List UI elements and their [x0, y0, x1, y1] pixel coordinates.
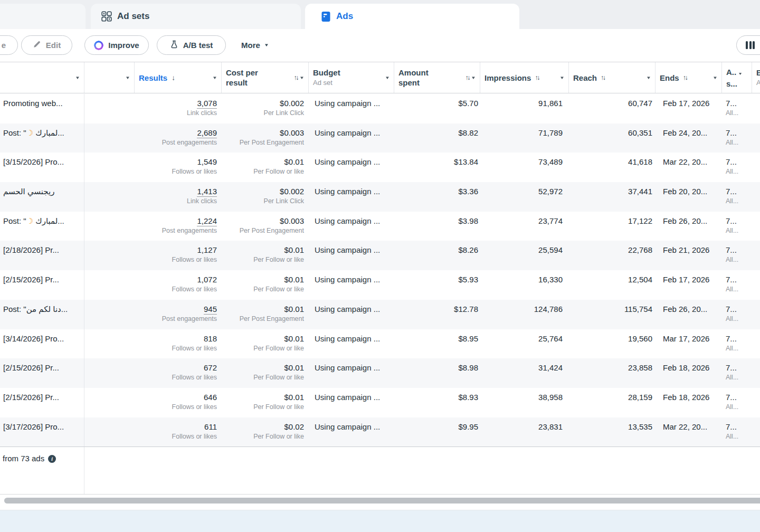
impressions-cell: 23,831	[480, 417, 569, 446]
col-header-results[interactable]: Results ↓ ▼	[135, 62, 222, 93]
cost-value: $0.01	[222, 275, 304, 284]
duplicate-button-partial[interactable]: e	[0, 35, 18, 55]
ads-icon	[321, 11, 331, 22]
results-cell: 1,413Link clicks	[135, 182, 222, 212]
col-header-edge-partial[interactable]: B A	[752, 62, 760, 93]
col-header-reach[interactable]: Reach ↑↓ ▼	[569, 62, 656, 93]
tab-ads[interactable]: Ads	[305, 4, 519, 29]
caret-down-icon[interactable]: ▼	[559, 75, 565, 80]
tab-ad-sets[interactable]: Ad sets	[91, 4, 301, 29]
ads-manager-screen: Ad sets Ads e Edit	[0, 0, 760, 532]
delivery-cell	[84, 358, 135, 388]
sort-both-icon[interactable]: ↑↓	[683, 74, 689, 81]
delivery-cell	[84, 241, 135, 270]
edge-cell	[752, 94, 760, 124]
amount-spent-cell: $13.84	[394, 153, 480, 182]
ends-date-cell: Feb 17, 2026	[656, 94, 722, 124]
col-header-budget[interactable]: Budget Ad set ▼	[309, 62, 394, 93]
col-header-amount-spent[interactable]: Amount spent ↑↓ ▼	[394, 62, 480, 93]
ad-name-cell[interactable]: [2/15/2026] Pr...	[0, 388, 84, 417]
ad-name-cell[interactable]: [2/18/2026] Pr...	[0, 241, 84, 270]
ad-name-cell[interactable]: ريجنسي الحسم	[0, 182, 84, 212]
results-value: 646	[204, 393, 217, 402]
edit-button[interactable]: Edit	[21, 35, 72, 55]
columns-button-partial[interactable]	[736, 35, 760, 55]
improve-button[interactable]: Improve	[84, 35, 149, 55]
attribution-setting-cell: 7...All...	[722, 153, 752, 182]
col-header-attribution-setting[interactable]: A.. ▼ s...	[722, 62, 752, 93]
caret-down-icon[interactable]: ▼	[75, 75, 80, 80]
amount-spent-cell: $9.95	[394, 417, 480, 446]
ad-name-cell[interactable]: [3/17/2026] Pro...	[0, 417, 84, 446]
attribution-sub: All...	[726, 109, 752, 117]
sort-both-icon[interactable]: ↑↓	[535, 74, 541, 81]
amount-spent-cell: $3.98	[394, 212, 480, 241]
results-cell: 818Follows or likes	[135, 329, 222, 359]
edge-cell	[752, 388, 760, 417]
ad-name-cell[interactable]: Post: "☽ لمبارك...	[0, 212, 84, 241]
results-value[interactable]: 1,224	[197, 216, 217, 226]
impressions-cell: 16,330	[480, 270, 569, 300]
info-icon[interactable]: i	[48, 455, 56, 463]
col-header-impressions[interactable]: Impressions ↑↓ ▼	[480, 62, 569, 93]
attribution-sub: All...	[726, 403, 752, 411]
cost-per-result-cell: $0.003Per Post Engagement	[222, 212, 309, 241]
ad-name-cell[interactable]: Promoting web...	[0, 94, 84, 124]
caret-down-icon[interactable]: ▼	[299, 75, 305, 80]
cost-per-result-cell: $0.002Per Link Click	[222, 94, 309, 124]
col-header-ends[interactable]: Ends ↑↓ ▼	[656, 62, 722, 93]
ad-name-cell[interactable]: Post: "دنا لكم من...	[0, 300, 84, 329]
reach-cell: 41,618	[569, 153, 656, 182]
results-type-label: Link clicks	[135, 109, 217, 117]
caret-down-icon[interactable]: ▼	[385, 75, 390, 80]
col-header-cost-per-result[interactable]: Cost per result ↑↓ ▼	[222, 62, 309, 93]
budget-cell: Using campaign ...	[309, 270, 394, 300]
table-row: ريجنسي الحسم1,413Link clicks$0.002Per Li…	[0, 182, 760, 212]
reach-cell: 60,351	[569, 124, 656, 153]
impressions-cell: 38,958	[480, 388, 569, 417]
attribution-value: 7...	[726, 245, 752, 254]
cost-per-result-cell: $0.02Per Follow or like	[222, 417, 309, 446]
delivery-cell	[84, 182, 135, 212]
results-cell: 1,224Post engagements	[135, 212, 222, 241]
cost-per-result-cell: $0.01Per Follow or like	[222, 153, 309, 182]
horizontal-scrollbar[interactable]	[4, 498, 760, 504]
more-button[interactable]: More ▼	[232, 35, 278, 55]
delivery-cell	[84, 212, 135, 241]
cost-per-result-cell: $0.01Per Follow or like	[222, 388, 309, 417]
more-label: More	[241, 41, 260, 50]
caret-down-icon[interactable]: ▼	[471, 75, 476, 80]
col-header-delivery[interactable]: ▼	[84, 62, 135, 93]
ad-name-cell[interactable]: [3/14/2026] Pro...	[0, 329, 84, 359]
ad-name-cell[interactable]: [2/15/2026] Pr...	[0, 270, 84, 300]
caret-down-icon[interactable]: ▼	[738, 69, 743, 79]
tab-campaigns-partial[interactable]	[0, 4, 86, 29]
caret-down-icon[interactable]: ▼	[125, 75, 130, 80]
results-cell: 1,072Follows or likes	[135, 270, 222, 300]
ad-name-cell[interactable]: Post: "☽ لمبارك...	[0, 124, 84, 153]
amount-spent-cell: $8.98	[394, 358, 480, 388]
results-value[interactable]: 3,078	[197, 99, 217, 109]
results-cell: 672Follows or likes	[135, 358, 222, 388]
attribution-value: 7...	[726, 334, 752, 343]
cost-per-result-cell: $0.01Per Follow or like	[222, 329, 309, 359]
caret-down-icon[interactable]: ▼	[212, 75, 217, 80]
sort-both-icon[interactable]: ↑↓	[601, 74, 607, 81]
results-type-label: Follows or likes	[135, 345, 217, 352]
table-row: [3/14/2026] Pro...818Follows or likes$0.…	[0, 329, 760, 359]
caret-down-icon[interactable]: ▼	[646, 75, 651, 80]
results-value[interactable]: 1,413	[197, 187, 217, 197]
results-value[interactable]: 2,689	[197, 128, 217, 138]
ad-name-cell[interactable]: [3/15/2026] Pro...	[0, 153, 84, 182]
delivery-cell	[84, 270, 135, 300]
caret-down-icon[interactable]: ▼	[712, 75, 718, 80]
table-row: [3/15/2026] Pro...1,549Follows or likes$…	[0, 153, 760, 182]
ends-date-cell: Feb 24, 20...	[656, 124, 722, 153]
col-header-name[interactable]: ▼	[0, 62, 84, 93]
ad-name-cell[interactable]: [2/15/2026] Pr...	[0, 358, 84, 388]
cost-per-result-cell: $0.002Per Link Click	[222, 182, 309, 212]
results-type-label: Post engagements	[135, 227, 217, 234]
amount-header-line1: Amount	[398, 68, 429, 78]
results-value[interactable]: 945	[204, 305, 217, 315]
ab-test-button[interactable]: A/B test	[157, 35, 226, 55]
